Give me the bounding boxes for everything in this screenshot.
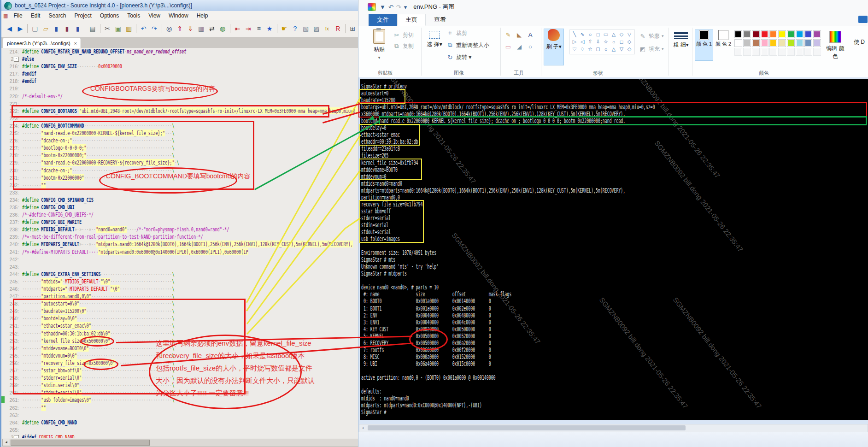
crop-button[interactable]: ⌗ 裁剪 — [446, 29, 467, 38]
window-layout-icon[interactable]: ⊞ — [348, 24, 358, 34]
palette-swatch[interactable] — [734, 39, 742, 47]
print-icon[interactable]: ▤ — [88, 24, 97, 34]
shape-icon[interactable]: ╲ — [571, 31, 578, 38]
fill-bucket-icon[interactable]: ◣ — [515, 30, 523, 39]
code-editor[interactable]: 214:#define CONFIG_MSTAR_ENV_NAND_REDUND… — [1, 48, 358, 438]
menu-item-edit[interactable]: Edit — [27, 12, 44, 20]
shape-icon[interactable]: ◁ — [579, 38, 586, 45]
new-file-icon[interactable]: ▢ — [30, 24, 40, 34]
jump-previous-icon[interactable]: ⇤ — [233, 24, 242, 34]
shape-icon[interactable]: ○ — [610, 38, 617, 45]
palette-swatch-empty[interactable] — [752, 48, 760, 56]
context-help-icon[interactable]: ☛ — [279, 24, 289, 34]
eraser-icon[interactable]: ▭ — [504, 42, 512, 51]
replace-xy-icon[interactable]: ⇄ — [207, 24, 217, 34]
paste-dropdown-icon[interactable]: ▾ — [378, 55, 381, 60]
palette-swatch-empty[interactable] — [769, 48, 777, 56]
palette-swatch[interactable] — [778, 39, 786, 47]
palette-swatch[interactable] — [787, 30, 795, 38]
tab-pioneer3h[interactable]: pioneer3.h (Y:\p3\...\configs) × — [3, 38, 81, 48]
palette-swatch[interactable] — [743, 39, 751, 47]
brushes-button[interactable]: 刷 子▾ — [544, 29, 564, 65]
menu-item-file[interactable]: File — [10, 12, 26, 20]
pencil-icon[interactable]: ✎ — [504, 30, 512, 39]
paint-horizontal-scrollbar[interactable]: ‹ — [359, 424, 868, 433]
search-down-icon[interactable]: ⇓ — [186, 24, 195, 34]
palette-swatch[interactable] — [752, 30, 760, 38]
menu-item-view[interactable]: View — [145, 12, 164, 20]
copy-button[interactable]: ⧉ 复制 — [393, 41, 414, 51]
shape-icon[interactable]: ⇧ — [586, 38, 594, 45]
save-as-icon[interactable]: ▮ — [62, 24, 72, 34]
palette-swatch[interactable] — [813, 30, 821, 38]
fold-toggle-icon[interactable]: - — [14, 57, 19, 62]
shape-icon[interactable]: ○ — [586, 31, 594, 38]
shape-icon[interactable]: ○ — [602, 46, 610, 53]
redo-icon[interactable]: ↷ — [149, 24, 159, 34]
palette-swatch-empty[interactable] — [761, 48, 768, 56]
menu-item-help[interactable]: Help — [193, 12, 212, 20]
tab-close-icon[interactable]: × — [74, 41, 77, 46]
search-icon[interactable]: ◎ — [164, 24, 174, 34]
copy-icon[interactable]: ▣ — [113, 24, 123, 34]
palette-swatch[interactable] — [743, 30, 751, 38]
ribbon-help-button[interactable] — [858, 16, 868, 23]
symbol-list-icon[interactable]: ≡ — [254, 24, 264, 34]
shape-icon[interactable]: ▷ — [571, 38, 578, 45]
tab-home[interactable]: 主页 — [397, 14, 426, 26]
paint3d-edge-button[interactable]: 使 D — [850, 29, 868, 65]
palette-swatch[interactable] — [769, 30, 777, 38]
shape-icon[interactable]: ◇ — [626, 38, 633, 45]
search-web-icon[interactable]: ◍ — [218, 24, 228, 34]
shape-icon[interactable]: ∿ — [579, 31, 586, 38]
cut-button[interactable]: ✂ 剪切 — [393, 30, 414, 40]
shape-icon[interactable]: □ — [618, 38, 625, 45]
shape-icon[interactable]: ◇ — [618, 31, 625, 38]
save-icon[interactable]: ▮ — [52, 24, 61, 34]
save-all-icon[interactable]: ▮ — [73, 24, 82, 34]
undo-icon[interactable]: ↶ — [388, 4, 393, 11]
palette-swatch[interactable] — [734, 30, 742, 38]
qat-dropdown-icon[interactable]: ▾ — [404, 4, 407, 11]
menu-item-project[interactable]: Project — [70, 12, 95, 20]
size-button[interactable]: 粗 细▾ — [671, 29, 691, 65]
text-icon[interactable]: A — [526, 30, 534, 39]
palette-swatch-empty[interactable] — [796, 48, 803, 56]
palette-swatch-empty[interactable] — [778, 48, 786, 56]
palette-swatch[interactable] — [752, 39, 760, 47]
shape-icon[interactable]: ☆ — [586, 46, 594, 53]
si-scroll-thumb[interactable] — [11, 440, 150, 446]
tab-view[interactable]: 查看 — [426, 14, 454, 26]
palette-swatch-empty[interactable] — [734, 48, 742, 56]
nav-forward-icon[interactable]: ▶ — [15, 24, 25, 34]
palette-swatch[interactable] — [813, 39, 821, 47]
shape-icon[interactable]: ♡ — [571, 46, 578, 53]
shape-icon[interactable]: ▽ — [618, 46, 625, 53]
relation-r-icon[interactable]: R — [333, 24, 343, 34]
shape-icon[interactable]: ◇ — [626, 46, 633, 53]
scroll-left-icon[interactable]: ◂ — [3, 439, 10, 445]
shape-icon[interactable]: ⇩ — [594, 38, 602, 45]
paste-button[interactable]: 粘贴 ▾ — [369, 29, 390, 65]
menu-item-options[interactable]: Options — [96, 12, 123, 20]
shape-icon[interactable]: ▽ — [626, 31, 633, 38]
jump-next-icon[interactable]: ⇥ — [243, 24, 253, 34]
redo-icon[interactable]: ↷ — [396, 4, 401, 11]
search-files-icon[interactable]: ▥ — [196, 24, 206, 34]
magnifier-icon[interactable]: ○ — [526, 42, 534, 51]
scroll-left-icon[interactable]: ‹ — [359, 424, 367, 431]
si-titlebar[interactable]: boot_s_0524 Project - Source Insight 4.0… — [1, 0, 358, 11]
rotate-button[interactable]: ↻ 旋转 ▾ — [446, 53, 471, 62]
shape-icon[interactable]: ♢ — [579, 46, 586, 53]
shape-icon[interactable]: △ — [610, 46, 617, 53]
palette-swatch[interactable] — [769, 39, 777, 47]
shape-icon[interactable]: ▭ — [602, 31, 610, 38]
shape-fill-button[interactable]: ◩ 填充▾ — [639, 44, 664, 53]
shape-icon[interactable]: △ — [610, 31, 617, 38]
palette-swatch-empty[interactable] — [804, 48, 812, 56]
paint-canvas[interactable]: SigmaStar # printenv autoestart=0 baudra… — [358, 77, 868, 447]
shape-icon[interactable]: □ — [594, 31, 602, 38]
nav-back-icon[interactable]: ◀ — [5, 24, 14, 34]
color1-button[interactable]: 颜 色 1 — [695, 29, 713, 61]
palette-swatch[interactable] — [778, 30, 786, 38]
